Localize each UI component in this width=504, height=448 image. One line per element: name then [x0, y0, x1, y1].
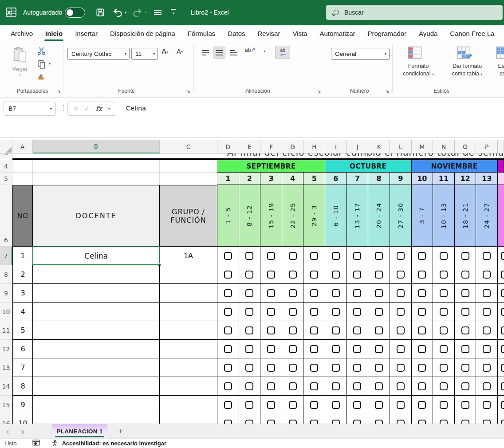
checkbox-cell-r7-w13[interactable] — [476, 247, 498, 265]
name-box[interactable]: B7 ▾ — [4, 102, 56, 116]
checkbox-cell-r15-w2[interactable] — [239, 396, 261, 414]
checkbox-r14-w8[interactable] — [375, 382, 383, 390]
checkbox-cell-r13-w13[interactable] — [476, 358, 498, 377]
checkbox-cell-r14-w8[interactable] — [368, 377, 390, 396]
week-number-3[interactable]: 3 — [260, 173, 282, 185]
next-sheet-icon[interactable]: › — [15, 424, 30, 438]
checkbox-r9-w2[interactable] — [245, 289, 253, 297]
checkbox-cell-r14-w13[interactable] — [476, 377, 498, 396]
month-partial[interactable] — [498, 160, 504, 173]
checkbox-partial[interactable] — [501, 252, 504, 260]
cell-A12[interactable]: 6 — [12, 340, 33, 358]
week-number-2[interactable]: 2 — [239, 173, 261, 185]
checkbox-r8-w3[interactable] — [267, 271, 275, 279]
checkbox-r9-w7[interactable] — [353, 289, 361, 297]
row-header-15[interactable]: 15 — [0, 396, 12, 414]
week-number-13[interactable]: 13 — [476, 173, 498, 185]
col-header-H[interactable]: H — [303, 140, 325, 153]
cell-C9[interactable] — [160, 284, 217, 303]
checkbox-cell-r7-w6[interactable] — [325, 247, 347, 265]
checkbox-r9-w5[interactable] — [310, 289, 318, 297]
checkbox-r7-w12[interactable] — [461, 252, 469, 260]
week-range-5[interactable]: 29 - 3 — [303, 185, 325, 247]
checkbox-cell-partial-r14[interactable] — [498, 377, 504, 396]
cell-B13[interactable] — [33, 358, 160, 377]
checkbox-cell-r9-w6[interactable] — [325, 284, 347, 303]
checkbox-cell-r15-w4[interactable] — [282, 396, 304, 414]
checkbox-cell-r13-w10[interactable] — [412, 358, 433, 377]
checkbox-cell-r16-w12[interactable] — [455, 414, 476, 424]
checkbox-cell-r12-w1[interactable] — [217, 340, 239, 358]
ribbon-tab-canon-free-la[interactable]: Canon Free La — [444, 26, 500, 41]
checkbox-cell-r15-w12[interactable] — [455, 396, 476, 414]
checkbox-r11-w9[interactable] — [397, 326, 405, 334]
cell-A11[interactable]: 5 — [12, 321, 33, 340]
row-header-11[interactable]: 11 — [0, 321, 12, 340]
checkbox-r13-w11[interactable] — [440, 364, 448, 372]
checkbox-cell-r11-w10[interactable] — [412, 321, 433, 340]
checkbox-r13-w6[interactable] — [332, 364, 340, 372]
checkbox-cell-r8-w6[interactable] — [325, 265, 347, 284]
checkbox-r8-w10[interactable] — [418, 271, 426, 279]
checkbox-cell-r14-w3[interactable] — [260, 377, 282, 396]
week-number-6[interactable]: 6 — [325, 173, 347, 185]
checkbox-r7-w7[interactable] — [353, 252, 361, 260]
fx-chevron-icon[interactable]: ▾ — [108, 107, 110, 111]
header-cell-docente[interactable]: DOCENTE — [33, 185, 160, 247]
checkbox-cell-r15-w1[interactable] — [217, 396, 239, 414]
checkbox-cell-r11-w11[interactable] — [433, 321, 455, 340]
cell-C13[interactable] — [160, 358, 217, 377]
checkbox-cell-r9-w13[interactable] — [476, 284, 498, 303]
checkbox-cell-r14-w1[interactable] — [217, 377, 239, 396]
checkbox-r13-w9[interactable] — [397, 364, 405, 372]
checkbox-cell-partial-r7[interactable] — [498, 247, 504, 265]
cell-A14[interactable]: 8 — [12, 377, 33, 396]
checkbox-cell-r10-w8[interactable] — [368, 303, 390, 321]
cell-A7[interactable]: 1 — [12, 247, 33, 265]
col-header-J[interactable]: J — [347, 140, 369, 153]
checkbox-cell-r8-w9[interactable] — [390, 265, 412, 284]
cell-A8[interactable]: 2 — [12, 265, 33, 284]
checkbox-r14-w3[interactable] — [267, 382, 275, 390]
checkbox-r12-w1[interactable] — [224, 345, 232, 353]
checkbox-r8-w4[interactable] — [289, 271, 297, 279]
row-header-4[interactable]: 4 — [0, 160, 12, 173]
checkbox-cell-r8-w3[interactable] — [260, 265, 282, 284]
checkbox-cell-r16-w11[interactable] — [433, 414, 455, 424]
row-header-10[interactable]: 10 — [0, 303, 12, 321]
cell-C14[interactable] — [160, 377, 217, 396]
checkbox-r12-w10[interactable] — [418, 345, 426, 353]
ribbon-tab-vista[interactable]: Vista — [286, 26, 313, 41]
checkbox-cell-r7-w10[interactable] — [412, 247, 433, 265]
week-range-partial[interactable] — [498, 185, 504, 247]
cell-A13[interactable]: 7 — [12, 358, 33, 377]
checkbox-cell-r14-w6[interactable] — [325, 377, 347, 396]
checkbox-r15-w8[interactable] — [375, 401, 383, 409]
checkbox-r11-w1[interactable] — [224, 326, 232, 334]
checkbox-cell-r8-w8[interactable] — [368, 265, 390, 284]
orientation-icon[interactable]: ab↗ — [245, 47, 256, 53]
checkbox-r15-w3[interactable] — [267, 401, 275, 409]
checkbox-cell-r8-w13[interactable] — [476, 265, 498, 284]
checkbox-cell-r11-w13[interactable] — [476, 321, 498, 340]
checkbox-cell-r10-w1[interactable] — [217, 303, 239, 321]
checkbox-cell-r13-w8[interactable] — [368, 358, 390, 377]
font-size-combo[interactable]: 11▾ — [131, 48, 158, 60]
checkbox-r10-w8[interactable] — [375, 308, 383, 316]
checkbox-r9-w9[interactable] — [397, 289, 405, 297]
accessibility-status[interactable]: Accesibilidad: es necesario investigar — [62, 440, 166, 447]
cancel-icon[interactable]: × — [74, 104, 78, 113]
checkbox-r7-w3[interactable] — [267, 252, 275, 260]
cell-B4[interactable] — [33, 160, 160, 173]
week-range-1[interactable]: 1 - 5 — [217, 185, 239, 247]
checkbox-r15-w10[interactable] — [418, 401, 426, 409]
col-header-C[interactable]: C — [160, 140, 217, 153]
checkbox-cell-r11-w2[interactable] — [239, 321, 261, 340]
col-header-D[interactable]: D — [217, 140, 239, 153]
checkbox-r15-w5[interactable] — [310, 401, 318, 409]
cell-B11[interactable] — [33, 321, 160, 340]
undo-chevron-icon[interactable]: ▾ — [125, 10, 127, 15]
row-header-7[interactable]: 7 — [0, 247, 12, 265]
sheet-tab-planeacion-1[interactable]: PLANEACION 1 — [52, 424, 107, 438]
cell-C7[interactable]: 1A — [160, 247, 217, 265]
